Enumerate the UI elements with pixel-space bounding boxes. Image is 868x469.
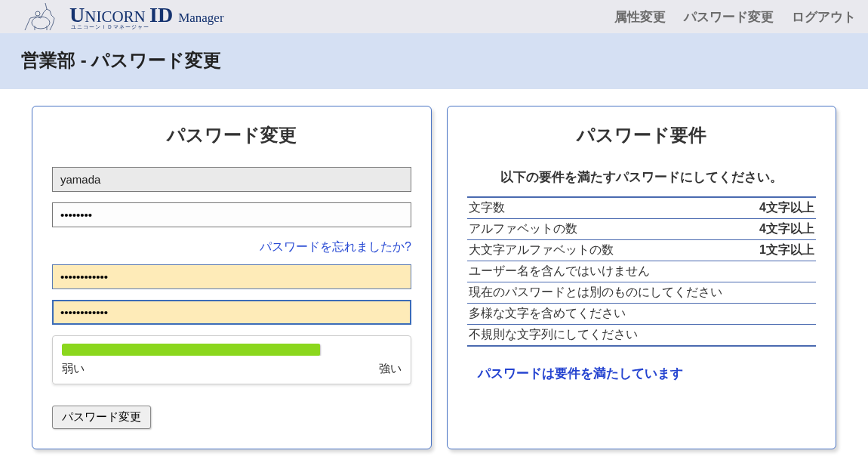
- new-password-field[interactable]: [52, 264, 411, 289]
- requirements-intro: 以下の要件を満たすパスワードにしてください。: [467, 168, 816, 186]
- requirements-panel: パスワード要件 以下の要件を満たすパスワードにしてください。 文字数4文字以上ア…: [447, 106, 836, 449]
- requirement-value: 4文字以上: [759, 200, 814, 216]
- strength-bar-track: [62, 344, 402, 356]
- app-logo[interactable]: UNICORN ID Manager ユニコーンＩＤマネージャー: [21, 2, 224, 32]
- nav-attr-change[interactable]: 属性変更: [614, 8, 666, 26]
- requirement-label: 大文字アルファベットの数: [469, 242, 614, 258]
- requirement-label: ユーザー名を含んではいけません: [469, 264, 650, 279]
- requirement-label: 不規則な文字列にしてください: [469, 327, 638, 343]
- requirement-value: 4文字以上: [759, 221, 814, 237]
- strength-strong-label: 強い: [379, 362, 402, 376]
- requirement-row: 文字数4文字以上: [467, 198, 816, 219]
- requirement-label: 文字数: [469, 200, 505, 216]
- header-bar: UNICORN ID Manager ユニコーンＩＤマネージャー 属性変更 パス…: [0, 0, 868, 33]
- requirement-row: 多様な文字を含めてください: [467, 304, 816, 325]
- strength-bar-fill: [62, 344, 320, 356]
- password-panel-title: パスワード変更: [52, 123, 411, 147]
- logo-id: ID: [149, 3, 178, 26]
- requirement-value: 1文字以上: [759, 242, 814, 258]
- requirement-label: 多様な文字を含めてください: [469, 306, 626, 322]
- requirement-label: 現在のパスワードとは別のものにしてください: [469, 285, 722, 301]
- page-subheader: 営業部 - パスワード変更: [0, 33, 868, 89]
- submit-button[interactable]: パスワード変更: [52, 406, 151, 429]
- forgot-password-link[interactable]: パスワードを忘れましたか?: [260, 240, 411, 253]
- svg-point-1: [35, 11, 40, 16]
- unicorn-icon: [21, 2, 66, 32]
- requirement-row: ユーザー名を含んではいけません: [467, 261, 816, 282]
- password-change-panel: パスワード変更 パスワードを忘れましたか? 弱い 強い パスワード変更: [32, 106, 432, 449]
- requirement-row: 現在のパスワードとは別のものにしてください: [467, 282, 816, 304]
- requirements-table: 文字数4文字以上アルファベットの数4文字以上大文字アルファベットの数1文字以上ユ…: [467, 196, 816, 347]
- confirm-password-field[interactable]: [52, 300, 411, 325]
- logo-manager: Manager: [178, 11, 223, 25]
- header-nav: 属性変更 パスワード変更 ログアウト: [614, 8, 856, 26]
- requirement-row: アルファベットの数4文字以上: [467, 219, 816, 240]
- content-area: パスワード変更 パスワードを忘れましたか? 弱い 強い パスワード変更 パスワー…: [0, 89, 868, 464]
- strength-indicator: 弱い 強い: [52, 335, 411, 384]
- requirements-title: パスワード要件: [467, 123, 816, 147]
- logo-nicorn: NICORN: [85, 8, 149, 26]
- strength-weak-label: 弱い: [62, 362, 85, 376]
- page-title: 営業部 - パスワード変更: [21, 48, 847, 73]
- requirement-label: アルファベットの数: [469, 221, 577, 237]
- current-password-field[interactable]: [52, 202, 411, 227]
- nav-password-change[interactable]: パスワード変更: [684, 8, 774, 26]
- logo-u: U: [69, 3, 85, 26]
- requirements-status: パスワードは要件を満たしています: [467, 365, 816, 382]
- requirement-row: 不規則な文字列にしてください: [467, 325, 816, 345]
- nav-logout[interactable]: ログアウト: [792, 8, 856, 26]
- username-field: [52, 167, 411, 192]
- requirement-row: 大文字アルファベットの数1文字以上: [467, 240, 816, 261]
